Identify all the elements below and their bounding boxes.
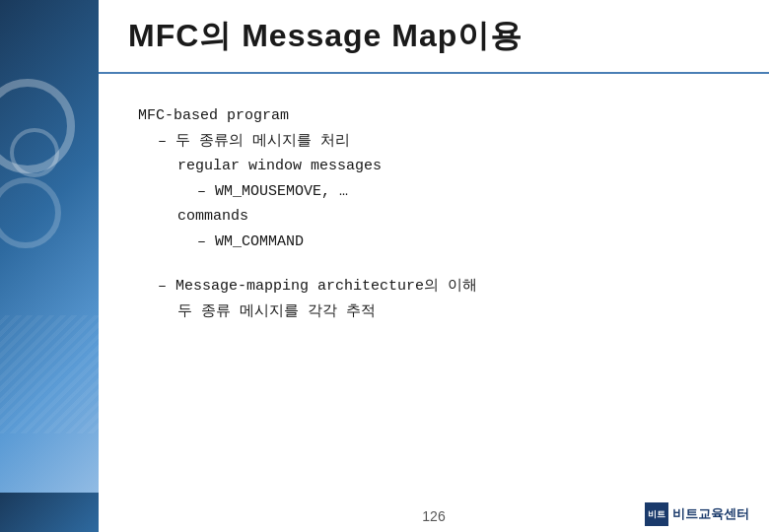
page-number: 126 [422, 508, 445, 524]
logo-icon-text: 비트 [648, 508, 665, 521]
slide: MFC의 Message Map이용 MFC-based program – 두… [0, 0, 769, 532]
item-wm-command: – WM_COMMAND [138, 230, 730, 255]
item-two-types: – 두 종류의 메시지를 처리 [138, 129, 730, 155]
deco-circle [10, 128, 59, 177]
logo-icon: 비트 [645, 502, 668, 526]
bottom-left-decoration [0, 493, 99, 532]
item-wm-mousemove: – WM_MOUSEMOVE, … [138, 179, 730, 205]
item-regular-window: regular window messages [138, 154, 730, 179]
section-main-title: MFC-based program [138, 103, 730, 129]
item-track-two: 두 종류 메시지를 각각 추적 [138, 299, 730, 325]
logo-label: 비트교육센터 [672, 505, 749, 523]
item-message-mapping: – Message-mapping architecture의 이해 [138, 274, 730, 299]
bottom-bar: 126 비트 비트교육센터 [99, 493, 769, 532]
title-bar: MFC의 Message Map이용 [99, 0, 769, 74]
item-commands: commands [138, 204, 730, 230]
slide-title: MFC의 Message Map이용 [128, 15, 523, 58]
left-decoration [0, 0, 99, 532]
content-text: MFC-based program – 두 종류의 메시지를 처리 regula… [138, 103, 730, 324]
logo-area: 비트 비트교육센터 [645, 502, 749, 526]
deco-lines [0, 315, 99, 433]
section-mapping: – Message-mapping architecture의 이해 두 종류 … [138, 274, 730, 324]
section-mfc: MFC-based program – 두 종류의 메시지를 처리 regula… [138, 103, 730, 254]
slide-content: MFC-based program – 두 종류의 메시지를 처리 regula… [99, 74, 769, 493]
